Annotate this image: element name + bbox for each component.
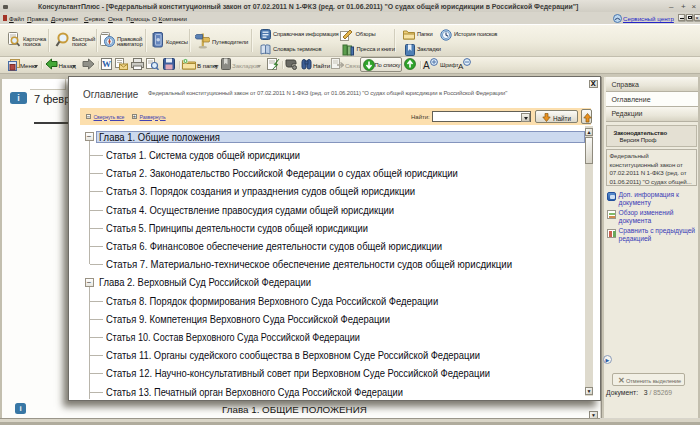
svg-text:W: W	[102, 59, 111, 69]
